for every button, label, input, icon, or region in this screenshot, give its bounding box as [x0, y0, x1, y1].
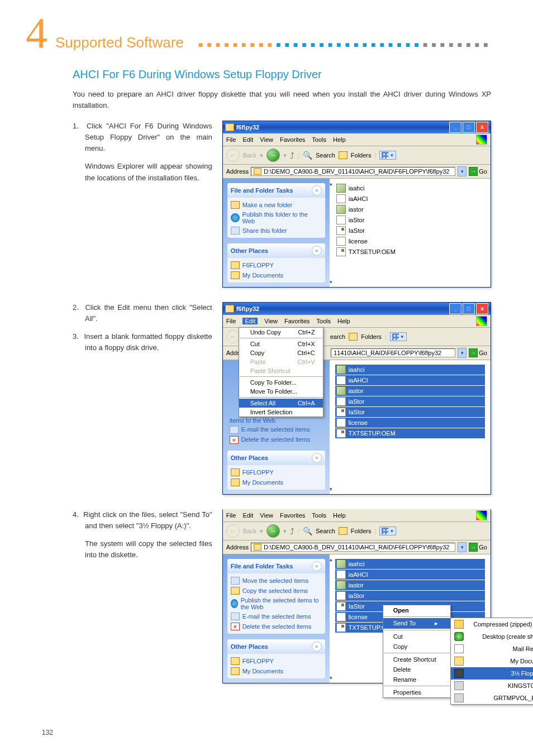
scroll-down-icon[interactable]: ▾: [330, 675, 332, 681]
other-f6floppy[interactable]: F6FLOPPY: [231, 260, 322, 270]
maximize-button[interactable]: □: [463, 303, 475, 314]
ctx-cut[interactable]: Cut: [383, 631, 450, 642]
folders-icon[interactable]: [339, 527, 348, 535]
menu-file[interactable]: File: [226, 318, 236, 324]
menu-help[interactable]: Help: [337, 318, 350, 324]
menu-favorites[interactable]: Favorites: [280, 512, 305, 519]
menu-item-cut[interactable]: CutCtrl+X: [239, 339, 323, 348]
menu-edit[interactable]: Edit: [242, 136, 253, 143]
ctx-open[interactable]: Open: [383, 605, 450, 615]
window-titlebar[interactable]: f6flpy32 _ □ X: [223, 303, 491, 315]
chevron-up-icon[interactable]: «: [312, 561, 322, 571]
folders-label[interactable]: Folders: [351, 152, 372, 159]
other-my-documents[interactable]: My Documents: [231, 477, 322, 487]
task-move-selected[interactable]: Move the selected items: [231, 576, 322, 586]
ctx-create-shortcut[interactable]: Create Shortcut: [383, 654, 450, 664]
go-button[interactable]: →Go: [469, 348, 487, 357]
views-button[interactable]: ▼: [379, 527, 396, 535]
menu-tools[interactable]: Tools: [312, 136, 326, 143]
other-my-documents[interactable]: My Documents: [231, 270, 322, 280]
menu-favorites[interactable]: Favorites: [280, 136, 305, 143]
chevron-up-icon[interactable]: «: [312, 642, 322, 652]
back-button[interactable]: ←: [226, 330, 240, 343]
close-button[interactable]: X: [476, 303, 488, 314]
close-button[interactable]: X: [476, 122, 488, 133]
scroll-down-icon[interactable]: ▾: [330, 486, 332, 492]
scroll-down-icon[interactable]: ▾: [330, 279, 332, 285]
task-publish-folder[interactable]: Publish this folder to the Web: [231, 210, 322, 226]
menu-item-copy[interactable]: CopyCtrl+C: [239, 348, 323, 357]
file-list[interactable]: ▴ iaahci iaAHCI iastor iaStor IaStor lic…: [330, 179, 491, 287]
task-email-selected[interactable]: E-mail the selected items: [230, 425, 323, 435]
task-delete-selected[interactable]: ×Delete the selected items: [230, 435, 323, 445]
ctx-delete[interactable]: Delete: [383, 664, 450, 674]
menu-item-move-to[interactable]: Move To Folder...: [239, 387, 323, 396]
menu-edit[interactable]: Edit: [242, 512, 253, 519]
file-list[interactable]: iaahci iaAHCI iastor iaStor IaStor licen…: [330, 360, 491, 494]
menu-item-copy-to[interactable]: Copy To Folder...: [239, 378, 323, 387]
go-button[interactable]: →Go: [469, 167, 487, 176]
other-my-documents[interactable]: My Documents: [231, 666, 322, 676]
other-f6floppy[interactable]: F6FLOPPY: [231, 467, 322, 477]
menu-favorites[interactable]: Favorites: [284, 318, 310, 324]
sendto-my-documents[interactable]: My Documents: [451, 655, 533, 667]
folders-label[interactable]: Folders: [361, 333, 382, 340]
chevron-up-icon[interactable]: «: [312, 246, 322, 256]
chevron-up-icon[interactable]: «: [312, 185, 322, 195]
menu-view[interactable]: View: [260, 512, 273, 519]
scroll-up-icon[interactable]: ▴: [330, 181, 332, 186]
views-button[interactable]: ▼: [379, 151, 396, 160]
address-field[interactable]: D:\DEMO_CA900-B_DRV_011410\AHCI_RAID\F6F…: [251, 167, 455, 176]
task-share-folder[interactable]: Share this folder: [231, 226, 322, 236]
ctx-properties[interactable]: Properties: [383, 687, 450, 697]
go-button[interactable]: →Go: [469, 543, 487, 552]
sendto-grtmpvol-f[interactable]: GRTMPVOL_EN (F:): [451, 692, 533, 704]
search-icon[interactable]: 🔍: [303, 527, 312, 535]
menu-edit[interactable]: Edit: [242, 318, 258, 324]
task-make-new-folder[interactable]: Make a new folder: [231, 200, 322, 210]
scroll-up-icon[interactable]: ▴: [330, 557, 332, 562]
address-field[interactable]: D:\DEMO_CA900-B_DRV_011410\AHCI_RAID\F6F…: [251, 543, 455, 552]
folders-icon[interactable]: [349, 333, 358, 341]
ctx-rename[interactable]: Rename: [383, 674, 450, 685]
address-dropdown[interactable]: ▼: [458, 348, 467, 358]
views-button[interactable]: ▼: [390, 332, 407, 341]
address-field[interactable]: 11410\AHCI_RAID\F6FLOPPY\f6flpy32: [331, 348, 455, 357]
other-f6floppy[interactable]: F6FLOPPY: [231, 656, 322, 666]
ctx-send-to[interactable]: Send To▸: [383, 618, 450, 629]
sendto-kingston-e[interactable]: KINGSTON (E:): [451, 680, 533, 692]
task-publish-selected[interactable]: Publish the selected items to the Web: [231, 596, 322, 611]
chevron-up-icon[interactable]: «: [312, 453, 322, 463]
sendto-mail[interactable]: Mail Recipient: [451, 643, 533, 655]
menu-help[interactable]: Help: [333, 512, 346, 519]
back-button[interactable]: ←: [226, 149, 240, 162]
menu-tools[interactable]: Tools: [316, 318, 331, 324]
search-icon[interactable]: 🔍: [303, 151, 312, 160]
up-button[interactable]: ⤴: [290, 151, 294, 160]
menu-item-undo[interactable]: Undo CopyCtrl+Z: [239, 328, 323, 337]
forward-button[interactable]: →: [266, 149, 280, 162]
maximize-button[interactable]: □: [463, 122, 475, 133]
menu-file[interactable]: File: [226, 136, 236, 143]
menu-item-select-all[interactable]: Select AllCtrl+A: [239, 399, 323, 408]
search-label[interactable]: Search: [316, 528, 335, 534]
menu-tools[interactable]: Tools: [312, 512, 326, 519]
minimize-button[interactable]: _: [449, 303, 461, 314]
up-button[interactable]: ⤴: [290, 527, 294, 536]
sendto-desktop[interactable]: Desktop (create shortcut): [451, 630, 533, 643]
menu-item-invert[interactable]: Invert Selection: [239, 408, 323, 417]
file-list[interactable]: ▴ iaahci iaAHCI iastor iaStor IaStor lic…: [330, 554, 491, 683]
back-button[interactable]: ←: [226, 524, 240, 538]
task-email-selected[interactable]: E-mail the selected items: [231, 611, 322, 621]
sendto-zip[interactable]: Compressed (zipped) Folder: [451, 618, 533, 630]
search-label[interactable]: Search: [316, 152, 335, 159]
task-items-web[interactable]: items to the Web: [230, 416, 323, 425]
address-dropdown[interactable]: ▼: [458, 542, 467, 552]
task-delete-selected[interactable]: ×Delete the selected items: [231, 621, 322, 631]
minimize-button[interactable]: _: [449, 122, 461, 133]
menu-help[interactable]: Help: [333, 136, 346, 143]
search-label-frag[interactable]: earch: [330, 333, 346, 340]
menu-view[interactable]: View: [260, 136, 273, 143]
folders-label[interactable]: Folders: [351, 528, 372, 534]
folders-icon[interactable]: [339, 151, 348, 159]
